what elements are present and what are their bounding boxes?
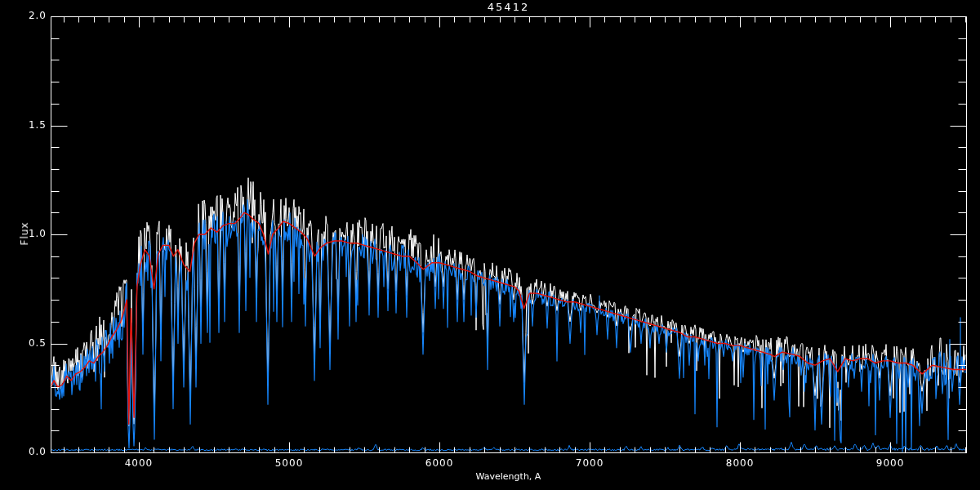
chart-title: 45412 <box>51 1 966 13</box>
y-tick-label: 2.0 <box>9 10 47 21</box>
y-tick-label: 0.5 <box>9 337 47 349</box>
x-tick-label: 9000 <box>866 457 915 469</box>
y-tick-label: 1.5 <box>9 119 47 131</box>
x-tick-label: 4000 <box>114 457 163 469</box>
y-tick-label: 0.0 <box>9 446 47 457</box>
x-tick-label: 5000 <box>265 457 314 469</box>
plot-canvas <box>0 0 980 490</box>
x-axis-label: Wavelength, A <box>51 471 966 482</box>
x-tick-label: 6000 <box>415 457 464 469</box>
y-tick-label: 1.0 <box>9 228 47 239</box>
spectrum-chart: 45412 Wavelength, A Flux 400050006000700… <box>0 0 980 490</box>
x-tick-label: 7000 <box>565 457 614 469</box>
x-tick-label: 8000 <box>715 457 764 469</box>
